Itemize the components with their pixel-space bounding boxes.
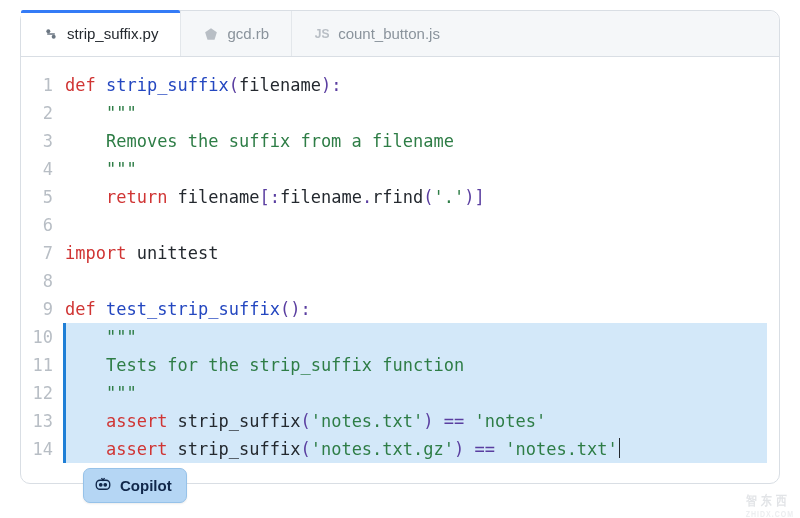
line-number: 7	[21, 239, 53, 267]
svg-point-0	[46, 29, 50, 33]
line-number-gutter: 1234567891011121314	[21, 71, 65, 463]
line-number: 8	[21, 267, 53, 295]
line-number: 3	[21, 127, 53, 155]
text-cursor	[619, 438, 620, 458]
code-line[interactable]	[65, 211, 767, 239]
line-number: 1	[21, 71, 53, 99]
tab-label: count_button.js	[338, 25, 440, 42]
code-editor[interactable]: 1234567891011121314 def strip_suffix(fil…	[21, 57, 779, 483]
line-number: 2	[21, 99, 53, 127]
ruby-icon	[203, 26, 219, 42]
line-number: 10	[21, 323, 53, 351]
line-number: 5	[21, 183, 53, 211]
code-line[interactable]: assert strip_suffix('notes.txt.gz') == '…	[65, 435, 767, 463]
svg-point-5	[100, 484, 102, 486]
svg-rect-2	[47, 33, 55, 34]
line-number: 6	[21, 211, 53, 239]
code-line[interactable]: """	[65, 323, 767, 351]
tab-label: strip_suffix.py	[67, 25, 158, 42]
tab-gcd-rb[interactable]: gcd.rb	[181, 11, 292, 56]
watermark: 智东西 ZHIDX.COM	[746, 492, 794, 518]
code-line[interactable]: assert strip_suffix('notes.txt') == 'not…	[65, 407, 767, 435]
python-icon	[43, 26, 59, 42]
editor-window: strip_suffix.py gcd.rb JS count_button.j…	[20, 10, 780, 484]
tab-count-button-js[interactable]: JS count_button.js	[292, 11, 462, 56]
code-content[interactable]: def strip_suffix(filename): """ Removes …	[65, 71, 779, 463]
tab-label: gcd.rb	[227, 25, 269, 42]
svg-marker-3	[206, 28, 218, 40]
code-line[interactable]: def strip_suffix(filename):	[65, 71, 767, 99]
code-line[interactable]: return filename[:filename.rfind('.')]	[65, 183, 767, 211]
line-number: 12	[21, 379, 53, 407]
code-line[interactable]: import unittest	[65, 239, 767, 267]
copilot-label: Copilot	[120, 477, 172, 494]
js-icon: JS	[314, 26, 330, 42]
line-number: 13	[21, 407, 53, 435]
code-line[interactable]: """	[65, 379, 767, 407]
code-line[interactable]: """	[65, 99, 767, 127]
svg-point-6	[104, 484, 106, 486]
line-number: 4	[21, 155, 53, 183]
copilot-icon	[94, 475, 112, 496]
code-line[interactable]: Removes the suffix from a filename	[65, 127, 767, 155]
tab-bar: strip_suffix.py gcd.rb JS count_button.j…	[21, 11, 779, 57]
line-number: 11	[21, 351, 53, 379]
code-line[interactable]	[65, 267, 767, 295]
line-number: 9	[21, 295, 53, 323]
copilot-badge[interactable]: Copilot	[83, 468, 187, 503]
line-number: 14	[21, 435, 53, 463]
code-line[interactable]: Tests for the strip_suffix function	[65, 351, 767, 379]
svg-rect-4	[96, 480, 110, 489]
tab-strip-suffix[interactable]: strip_suffix.py	[21, 11, 181, 56]
code-line[interactable]: """	[65, 155, 767, 183]
svg-point-1	[52, 34, 56, 38]
code-line[interactable]: def test_strip_suffix():	[65, 295, 767, 323]
